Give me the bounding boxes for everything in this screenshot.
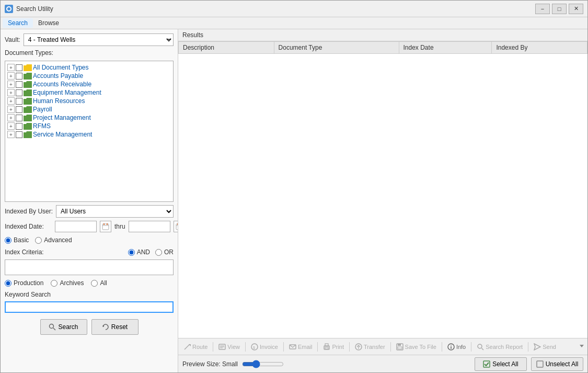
checkbox-pay[interactable] [16, 106, 22, 113]
archives-label[interactable]: Archives [51, 279, 84, 287]
close-button[interactable]: ✕ [569, 4, 583, 14]
send-button[interactable]: Send [531, 342, 559, 352]
tree-label-ar: Accounts Receivable [33, 81, 91, 88]
checkbox-ap[interactable] [16, 73, 22, 80]
results-table[interactable]: Description Document Type Index Date Ind… [178, 41, 587, 338]
tree-item-ap[interactable]: + Accounts Payable [7, 72, 171, 80]
sep1 [213, 342, 213, 352]
and-text: AND [137, 248, 150, 256]
archives-radio[interactable] [51, 280, 57, 287]
select-all-button[interactable]: Select All [475, 357, 527, 371]
preview-slider[interactable] [242, 360, 284, 368]
mode-advanced-label[interactable]: Advanced [35, 236, 72, 244]
or-radio[interactable] [155, 249, 162, 256]
reset-button[interactable]: Reset [91, 319, 139, 335]
criteria-input[interactable] [5, 259, 174, 275]
tree-item-eq[interactable]: + Equipment Management [7, 88, 171, 97]
main-content: Vault: 4 - Treated Wells 1 - General 2 -… [1, 29, 587, 372]
keyword-input[interactable] [5, 301, 174, 313]
production-radio[interactable] [5, 280, 11, 287]
tree-item-pay[interactable]: + Payroll [7, 105, 171, 114]
tree-item-hr[interactable]: + Human Resources [7, 97, 171, 105]
mode-basic-label[interactable]: Basic [5, 236, 29, 244]
indexed-date-label: Indexed Date: [5, 223, 52, 230]
folder-icon-eq [24, 89, 32, 96]
indexed-by-select[interactable]: All Users Admin User1 [56, 205, 174, 218]
route-button[interactable]: Route [180, 342, 211, 352]
main-window: Search Utility − □ ✕ Search Browse Vault… [0, 0, 588, 373]
menu-browse[interactable]: Browse [33, 18, 64, 28]
expand-ap[interactable]: + [7, 72, 15, 80]
invoice-button[interactable]: $ Invoice [248, 342, 281, 352]
svg-point-10 [50, 324, 54, 329]
checkbox-sm[interactable] [16, 131, 22, 138]
folder-icon-hr [24, 98, 32, 105]
info-label: Info [456, 344, 466, 350]
checkbox-eq[interactable] [16, 89, 22, 96]
mode-basic-text: Basic [14, 236, 29, 244]
or-label[interactable]: OR [155, 248, 174, 256]
expand-all[interactable]: + [7, 64, 15, 71]
calendar-from-button[interactable] [100, 221, 111, 232]
all-label[interactable]: All [91, 279, 107, 287]
mode-row: Basic Advanced [5, 236, 174, 244]
info-button[interactable]: Info [444, 342, 469, 352]
tree-label-hr: Human Resources [33, 97, 85, 105]
sep7 [442, 342, 442, 352]
checkbox-rfms[interactable] [16, 123, 22, 130]
production-label[interactable]: Production [5, 279, 43, 287]
menu-search[interactable]: Search [3, 18, 33, 28]
vault-select[interactable]: 4 - Treated Wells 1 - General 2 - HR Doc… [24, 33, 174, 46]
transfer-button[interactable]: Transfer [352, 342, 388, 352]
right-panel: Results Description Document Type Index … [178, 29, 587, 372]
app-icon [5, 5, 13, 13]
expand-pay[interactable]: + [7, 106, 15, 113]
folder-icon-sm [24, 131, 32, 138]
expand-pm[interactable]: + [7, 114, 15, 121]
save-to-file-button[interactable]: Save To File [393, 342, 440, 352]
indexed-date-from[interactable] [55, 221, 97, 232]
tree-item-rfms[interactable]: + RFMS [7, 122, 171, 130]
checkbox-ar[interactable] [16, 81, 22, 88]
toolbar-arrow-icon [578, 342, 585, 349]
minimize-button[interactable]: − [535, 4, 550, 14]
checkbox-all[interactable] [16, 64, 22, 71]
view-icon [218, 343, 226, 351]
mode-basic-radio[interactable] [5, 237, 11, 244]
search-button[interactable]: Search [40, 319, 87, 335]
mode-advanced-radio[interactable] [35, 237, 42, 244]
tree-item-all[interactable]: + All Document Types [7, 63, 171, 72]
view-button[interactable]: View [215, 342, 243, 352]
checkbox-pm[interactable] [16, 115, 22, 121]
folder-icon-ar [24, 81, 32, 88]
expand-rfms[interactable]: + [7, 122, 15, 130]
tree-label-ap: Accounts Payable [33, 72, 83, 80]
expand-sm[interactable]: + [7, 131, 15, 138]
tree-item-ar[interactable]: + Accounts Receivable [7, 80, 171, 88]
doc-types-tree[interactable]: + All Document Types + Accounts Payable [5, 61, 174, 202]
tree-label-rfms: RFMS [33, 122, 51, 130]
calendar-to-button[interactable] [174, 221, 178, 232]
expand-ar[interactable]: + [7, 81, 15, 88]
maximize-button[interactable]: □ [552, 4, 567, 14]
and-label[interactable]: AND [128, 248, 150, 256]
all-text: All [100, 279, 107, 287]
indexed-date-to[interactable] [129, 221, 170, 232]
and-radio[interactable] [128, 249, 135, 256]
search-report-button[interactable]: Search Report [474, 342, 526, 352]
folder-icon-all [24, 64, 32, 71]
checkbox-hr[interactable] [16, 98, 22, 105]
all-radio[interactable] [91, 280, 98, 287]
vault-row: Vault: 4 - Treated Wells 1 - General 2 -… [5, 33, 174, 46]
print-button[interactable]: Print [320, 342, 347, 352]
search-report-label: Search Report [486, 344, 523, 350]
unselect-all-button[interactable]: Unselect All [531, 357, 583, 371]
thru-label: thru [114, 223, 125, 230]
expand-eq[interactable]: + [7, 89, 15, 96]
svg-rect-37 [483, 361, 490, 367]
svg-rect-4 [107, 223, 108, 225]
tree-item-sm[interactable]: + Service Management [7, 130, 171, 139]
tree-item-pm[interactable]: + Project Management [7, 114, 171, 122]
email-button[interactable]: Email [286, 342, 316, 352]
expand-hr[interactable]: + [7, 97, 15, 105]
